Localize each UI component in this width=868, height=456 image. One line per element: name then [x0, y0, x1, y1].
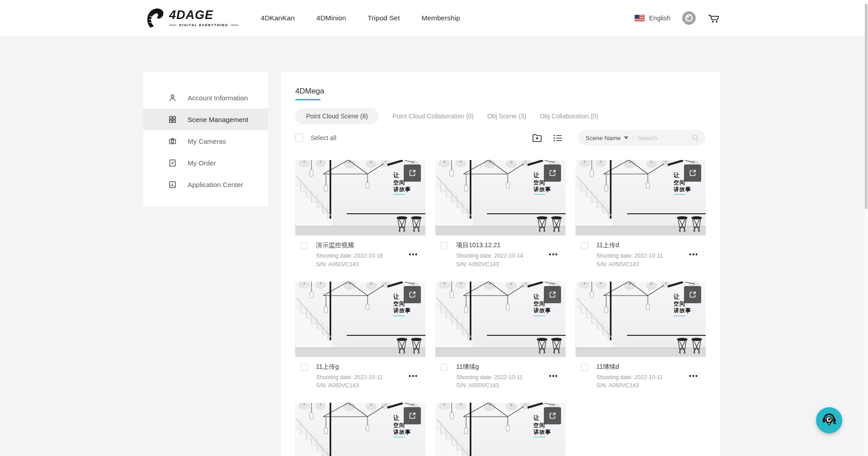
scene-checkbox[interactable] — [441, 242, 448, 249]
scene-checkbox[interactable] — [301, 364, 308, 371]
expand-icon[interactable] — [544, 165, 561, 182]
chart-icon — [168, 180, 177, 189]
avatar-camera-icon[interactable] — [682, 11, 696, 25]
expand-icon[interactable] — [404, 286, 421, 303]
expand-icon[interactable] — [684, 165, 701, 182]
scene-title: 11上传d — [596, 241, 663, 249]
more-menu-button[interactable]: ••• — [549, 251, 558, 258]
main-panel: 4DMega Point Cloud Scene (8) Point Cloud… — [281, 72, 720, 456]
more-menu-button[interactable]: ••• — [549, 372, 558, 380]
nav-item-tripod-set[interactable]: Tripod Set — [368, 14, 400, 22]
scene-title: 11继续d — [596, 363, 663, 371]
us-flag-icon — [634, 14, 645, 22]
expand-icon[interactable] — [404, 407, 421, 424]
scene-checkbox[interactable] — [301, 242, 308, 249]
scene-thumbnail[interactable]: 让 空间 讲故事 — [295, 160, 425, 235]
chevron-down-icon[interactable] — [624, 136, 628, 139]
expand-icon[interactable] — [684, 286, 701, 303]
scene-thumbnail[interactable]: 让 空间 讲故事 — [576, 282, 706, 357]
scene-thumbnail[interactable]: 让 空间 讲故事 — [576, 160, 706, 235]
sidebar-item-label: My Order — [188, 159, 216, 167]
scene-shooting-date: Shooting date: 2022-10-11 — [596, 373, 663, 382]
scene-title: 项目1013.12.21 — [456, 241, 523, 249]
scrollbar-thumb[interactable] — [865, 4, 868, 209]
list-view-icon[interactable] — [552, 133, 563, 143]
scene-grid: 让 空间 讲故事 演示监控视频 Shootin — [295, 160, 706, 456]
top-header: 4DAGE DIGITAL EVERYTHING 4DKanKan 4DMini… — [0, 0, 868, 36]
scene-card-info: 11继续d Shooting date: 2022-10-11 S/N: A05… — [576, 357, 706, 397]
scene-card: 让 空间 讲故事 项目1013.12.21 S — [435, 160, 566, 275]
logo-tagline: DIGITAL EVERYTHING — [169, 23, 238, 27]
expand-icon[interactable] — [544, 286, 561, 303]
sidebar-item-application-center[interactable]: Application Center — [143, 174, 268, 195]
more-menu-button[interactable]: ••• — [409, 251, 418, 258]
tab-obj-collaboration[interactable]: Obj Collaboration (0) — [540, 108, 598, 124]
select-all-checkbox[interactable] — [295, 134, 303, 142]
support-mascot-icon — [821, 412, 837, 428]
scene-thumbnail[interactable]: 让 空间 讲故事 — [435, 160, 566, 235]
tab-obj-scene[interactable]: Obj Scene (3) — [487, 108, 526, 124]
chat-support-button[interactable] — [816, 407, 842, 433]
scene-serial-number: S/N: A050VC143 — [316, 381, 382, 390]
scene-checkbox[interactable] — [581, 242, 588, 249]
scene-shooting-date: Shooting date: 2022-10-11 — [316, 373, 382, 382]
scene-card-info: 演示监控视频 Shooting date: 2022-10-18 S/N: A0… — [295, 235, 425, 275]
tab-bar: Point Cloud Scene (8) Point Cloud Collab… — [295, 108, 706, 124]
scene-card: 让 空间 讲故事 演示监控视频 Shootin — [295, 160, 425, 275]
nav-item-4dminion[interactable]: 4DMinion — [316, 14, 346, 22]
scene-title: 11继续g — [456, 363, 523, 371]
more-menu-button[interactable]: ••• — [689, 251, 698, 258]
more-menu-button[interactable]: ••• — [689, 372, 698, 380]
sidebar-item-label: My Cameras — [188, 137, 226, 145]
sidebar-item-label: Scene Management — [188, 116, 248, 123]
scene-thumbnail[interactable]: 让 空间 讲故事 — [295, 403, 425, 456]
camera-icon — [168, 137, 177, 146]
person-icon — [168, 94, 177, 102]
sidebar-item-account-information[interactable]: Account Information — [143, 87, 268, 108]
nav-item-4dkankan[interactable]: 4DKanKan — [261, 14, 295, 22]
select-all-label: Select all — [311, 134, 336, 141]
scene-card-info: 11上传d Shooting date: 2022-10-11 S/N: A05… — [576, 235, 706, 275]
logo-icon — [145, 8, 165, 28]
scene-shooting-date: Shooting date: 2022-10-14 — [456, 252, 523, 260]
search-bar: Scene Name — [578, 130, 706, 146]
scene-shooting-date: Shooting date: 2022-10-18 — [316, 252, 383, 260]
sidebar-item-my-order[interactable]: My Order — [143, 152, 268, 174]
more-menu-button[interactable]: ••• — [409, 372, 418, 380]
language-selector[interactable]: English — [634, 14, 670, 22]
sidebar-item-my-cameras[interactable]: My Cameras — [143, 130, 268, 152]
scene-card: 让 空间 讲故事 11上传d Shooting — [576, 160, 706, 275]
scene-checkbox[interactable] — [441, 364, 448, 371]
tab-point-cloud-scene[interactable]: Point Cloud Scene (8) — [295, 108, 379, 124]
scene-card: 让 空间 讲故事 11继续g Shooting — [435, 282, 566, 397]
grid-icon — [168, 115, 177, 124]
expand-icon[interactable] — [544, 407, 561, 424]
scene-serial-number: S/N: A050VC143 — [456, 381, 523, 390]
title-underline — [295, 99, 321, 100]
scene-title: 11上传g — [316, 363, 382, 371]
folder-add-icon[interactable] — [532, 132, 542, 143]
scene-thumbnail[interactable]: 让 空间 讲故事 — [435, 282, 566, 357]
cart-icon[interactable] — [708, 13, 720, 24]
scene-serial-number: S/N: A050VC143 — [596, 260, 663, 269]
search-filter-dropdown[interactable]: Scene Name — [585, 135, 621, 141]
sidebar-item-label: Account Information — [188, 94, 248, 102]
nav-item-membership[interactable]: Membership — [421, 14, 460, 22]
scene-card: 让 空间 讲故事 11继续d Shooting — [576, 282, 706, 397]
logo[interactable]: 4DAGE DIGITAL EVERYTHING — [145, 8, 238, 28]
search-input[interactable] — [638, 135, 691, 141]
expand-icon[interactable] — [404, 165, 421, 182]
scene-card: 让 空间 讲故事 — [435, 403, 566, 456]
tab-point-cloud-collaboration[interactable]: Point Cloud Collaboration (0) — [392, 108, 474, 124]
scene-thumbnail[interactable]: 让 空间 讲故事 — [295, 282, 425, 357]
language-label: English — [649, 14, 670, 22]
scene-card-info: 11继续g Shooting date: 2022-10-11 S/N: A05… — [435, 357, 566, 397]
scene-thumbnail[interactable]: 让 空间 讲故事 — [435, 403, 566, 456]
scene-title: 演示监控视频 — [316, 241, 383, 249]
scene-checkbox[interactable] — [581, 364, 588, 371]
scene-serial-number: S/N: A050VC143 — [456, 260, 523, 269]
scene-serial-number: S/N: A050VC143 — [596, 381, 663, 390]
search-icon[interactable] — [691, 134, 699, 142]
scene-card: 让 空间 讲故事 11上传g Shooting — [295, 282, 425, 397]
sidebar-item-scene-management[interactable]: Scene Management — [143, 108, 268, 130]
